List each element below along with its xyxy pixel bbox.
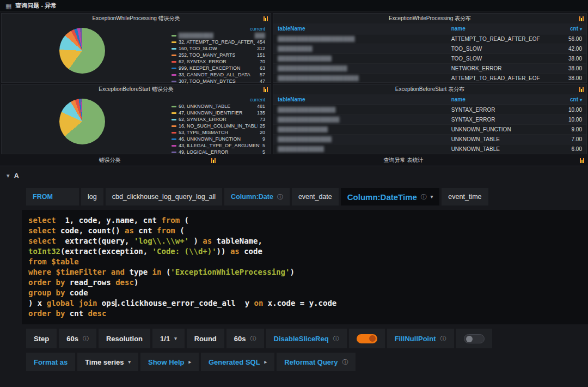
legend-label: 16, NO_SUCH_COLUMN_IN_TABLE (179, 123, 258, 129)
info-icon[interactable]: ⓘ (250, 335, 256, 343)
legend-item[interactable]: 47, UNKNOWN_IDENTIFIER135 (171, 110, 265, 116)
table-field[interactable]: cbd_clickhouse_log_query_log_all (106, 188, 222, 205)
legend-item[interactable]: 16, NO_SUCH_COLUMN_IN_TABLE25 (171, 123, 265, 129)
legend-item[interactable]: 49, LOGICAL_ERROR5 (171, 149, 265, 155)
info-icon[interactable]: ⓘ (83, 335, 89, 343)
column-header-tablename[interactable]: tableName (278, 26, 451, 32)
resolution-select[interactable]: 1/1▾ (152, 329, 185, 348)
table-row: ████████████UNKNOWN_TABLE6.00 (273, 144, 586, 154)
disable-slice-req-label[interactable]: DisableSliceReqⓘ (266, 329, 347, 348)
panel-exceptionbeforestart-pie: ExceptionBeforeStart 错误分类 current 60, UN… (1, 84, 271, 154)
panel-corner-icon[interactable] (264, 87, 268, 92)
format-options-row: Format as Time series▾ Show Help▸ Genera… (26, 353, 588, 371)
round-value-field[interactable]: 60sⓘ (226, 329, 264, 348)
collapse-caret-icon[interactable]: ▾ (7, 172, 10, 179)
panel-title[interactable]: ExceptionWhileProcessing 错误分类 (92, 15, 180, 22)
cell-cnt: 56.00 (547, 36, 582, 42)
show-help-button[interactable]: Show Help▸ (140, 353, 199, 371)
from-label[interactable]: FROM (26, 188, 79, 205)
reformat-query-button[interactable]: Reformat Queryⓘ (277, 353, 356, 371)
cell-name: SYNTAX_ERROR (451, 117, 547, 123)
table-row: ██████████████UNKNOWN_TABLE7.00 (273, 135, 586, 144)
toggle-off[interactable] (464, 334, 485, 343)
panel-corner-icon[interactable] (211, 158, 216, 163)
database-field[interactable]: log (81, 188, 103, 205)
info-icon[interactable]: ⓘ (333, 335, 339, 343)
panel-title[interactable]: ExceptionBeforeStart 错误分类 (99, 86, 173, 93)
panel-corner-icon[interactable] (579, 16, 584, 21)
pie-chart[interactable] (59, 99, 105, 144)
column-header-cnt[interactable]: cnt▾ (547, 26, 582, 32)
event-date-field[interactable]: event_date (292, 188, 339, 205)
legend-item[interactable]: 62, SYNTAX_ERROR73 (171, 116, 265, 123)
legend-item[interactable]: 160, TOO_SLOW312 (171, 45, 265, 52)
legend-item[interactable]: 43, ILLEGAL_TYPE_OF_ARGUMENT5 (171, 142, 265, 149)
panel-header: ExceptionWhileProcessing 表分布 (273, 14, 586, 23)
cell-cnt: 42.00 (547, 46, 582, 52)
column-header-tablename[interactable]: tableName (278, 96, 451, 102)
step-value-field[interactable]: 60sⓘ (59, 329, 96, 348)
cell-tablename: ██████████████ (278, 136, 451, 142)
query-collapse-row[interactable]: ▾ A (0, 166, 588, 185)
legend-item[interactable]: 53, TYPE_MISMATCH20 (171, 129, 265, 136)
dashboard-title[interactable]: 查询问题 - 异常 (15, 2, 57, 10)
legend-label: ██████████ (179, 32, 213, 39)
info-icon[interactable]: ⓘ (440, 335, 446, 343)
legend-value: 312 (257, 45, 265, 52)
legend-label: 43, ILLEGAL_TYPE_OF_ARGUMENT (179, 142, 260, 149)
table-header-row: tableName name cnt▾ (273, 23, 586, 34)
round-label: Round (187, 329, 224, 348)
pie-body: current 60, UNKNOWN_TABLE48147, UNKNOWN_… (2, 94, 271, 155)
table-row: ███████████████SYNTAX_ERROR10.00 (273, 105, 586, 115)
fill-null-point-toggle-box[interactable] (456, 329, 492, 348)
cell-name: UNKNOWN_TABLE (451, 136, 547, 142)
info-icon[interactable]: ⓘ (342, 358, 348, 366)
cell-tablename: ████████████████ (278, 117, 451, 123)
legend-label: 47, UNKNOWN_IDENTIFIER (179, 110, 243, 116)
legend-item[interactable]: 252, TOO_MANY_PARTS151 (171, 52, 265, 58)
column-date-label[interactable]: Column:Dateⓘ (224, 188, 290, 205)
info-icon[interactable]: ⓘ (277, 193, 283, 201)
row-header-error-category[interactable]: 错误分类 (1, 156, 218, 165)
panel-corner-icon[interactable] (264, 16, 268, 21)
sql-editor[interactable]: select 1, code, y.name, cnt from (select… (22, 210, 588, 324)
legend-item[interactable]: 46, UNKNOWN_FUNCTION9 (171, 136, 265, 142)
legend-item[interactable]: 32, ATTEMPT_TO_READ_AFTER_EOF454 (171, 39, 265, 45)
cell-tablename: ████████████████████ (278, 36, 451, 42)
format-as-select[interactable]: Time series▾ (77, 353, 138, 371)
sql-line: order by read_rows desc) (28, 277, 581, 288)
generated-sql-button[interactable]: Generated SQL▸ (201, 353, 274, 371)
legend-value: 57 (260, 71, 265, 78)
column-datetime-dropdown[interactable]: Column:DateTimeⓘ▾ (341, 188, 440, 205)
panel-corner-icon[interactable] (580, 158, 584, 163)
column-header-name[interactable]: name (451, 26, 547, 32)
table-row: █████████████████████ATTEMPT_TO_READ_AFT… (273, 74, 586, 83)
panel-title[interactable]: ExceptionBeforeStart 表分布 (395, 86, 464, 93)
legend-item[interactable]: 33, CANNOT_READ_ALL_DATA57 (171, 71, 265, 78)
legend-value: 5 (262, 142, 265, 149)
legend-label: 60, UNKNOWN_TABLE (179, 103, 230, 110)
legend-item[interactable]: 62, SYNTAX_ERROR70 (171, 58, 265, 65)
panel-title[interactable]: ExceptionWhileProcessing 表分布 (389, 15, 471, 22)
fill-null-point-label[interactable]: FillNullPointⓘ (387, 329, 454, 348)
panel-corner-icon[interactable] (579, 87, 584, 92)
legend-item[interactable]: 60, UNKNOWN_TABLE481 (171, 103, 265, 110)
query-ref-letter: A (14, 172, 19, 180)
legend-color-swatch (171, 119, 176, 120)
toggle-on[interactable] (357, 334, 377, 343)
legend-item[interactable]: █████████████ (171, 32, 265, 39)
sql-line: select code, count() as cnt from ( (28, 226, 581, 236)
column-header-cnt[interactable]: cnt▾ (547, 96, 582, 102)
row-header-query-exception-stats[interactable]: 查询异常 表统计 (220, 156, 587, 165)
pie-chart[interactable] (59, 28, 105, 74)
legend-item[interactable]: 999, KEEPER_EXCEPTION63 (171, 65, 265, 71)
sql-line: select extract(query, 'log\\.\\w+' ) as … (28, 236, 581, 246)
cell-name: TOO_SLOW (451, 56, 547, 62)
legend-value: 73 (260, 116, 265, 123)
legend-label: 49, LOGICAL_ERROR (179, 149, 229, 155)
info-icon[interactable]: ⓘ (421, 193, 427, 201)
event-time-field[interactable]: event_time (442, 188, 488, 205)
dashboard-icon[interactable]: ▦ (5, 3, 11, 9)
column-header-name[interactable]: name (451, 96, 547, 102)
disable-slice-req-toggle-box[interactable] (349, 329, 385, 348)
